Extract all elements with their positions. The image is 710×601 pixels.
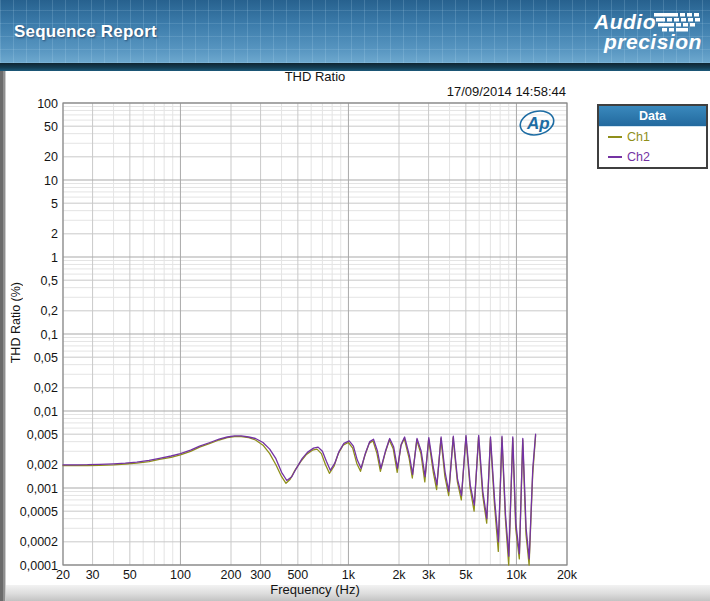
x-tick-label: 20 — [56, 568, 70, 582]
series-label: Ch2 — [627, 150, 650, 164]
ap-logo-monogram-icon: Ap — [526, 114, 550, 133]
y-tick-label: 0,01 — [34, 405, 58, 419]
sequence-report-page: Sequence Report Audio precision THD Rati… — [0, 0, 710, 601]
y-tick-label: 0,2 — [41, 304, 58, 318]
y-tick-label: 20 — [44, 150, 58, 164]
y-tick-label: 0,005 — [27, 428, 58, 442]
y-tick-label: 0,1 — [41, 328, 58, 342]
y-tick-label: 10 — [44, 174, 58, 188]
legend-items: Ch1Ch2 — [599, 127, 706, 167]
y-tick-label: 1 — [51, 251, 58, 265]
y-tick-label: 50 — [44, 120, 58, 134]
thd-ratio-plot: 2030501002003005001k2k3k5k10k20k10050201… — [0, 0, 710, 601]
legend-box: Data Ch1Ch2 — [597, 104, 708, 169]
x-tick-label: 500 — [287, 568, 308, 582]
x-tick-label: 5k — [459, 568, 473, 582]
y-tick-label: 0,0002 — [20, 535, 58, 549]
y-tick-label: 2 — [51, 227, 58, 241]
x-tick-label: 200 — [221, 568, 242, 582]
chart-title: THD Ratio — [63, 69, 567, 84]
series-color-dash-icon — [608, 136, 622, 138]
series-label: Ch1 — [627, 130, 650, 144]
y-tick-label: 5 — [51, 197, 58, 211]
y-tick-label: 0,02 — [34, 381, 58, 395]
x-tick-label: 2k — [392, 568, 406, 582]
y-axis-title: THD Ratio (%) — [9, 282, 23, 363]
y-tick-label: 0,05 — [34, 351, 58, 365]
x-tick-label: 10k — [506, 568, 527, 582]
y-tick-label: 0,0001 — [20, 559, 58, 573]
legend-item: Ch1 — [599, 127, 706, 147]
x-tick-label: 30 — [86, 568, 100, 582]
x-axis-title: Frequency (Hz) — [63, 582, 567, 597]
y-tick-label: 0,002 — [27, 458, 58, 472]
timestamp: 17/09/2014 14:58:44 — [447, 84, 566, 99]
series-color-dash-icon — [608, 156, 622, 158]
x-tick-label: 300 — [250, 568, 271, 582]
y-tick-label: 0,5 — [41, 274, 58, 288]
x-tick-label: 20k — [557, 568, 578, 582]
legend-item: Ch2 — [599, 147, 706, 167]
y-tick-label: 100 — [37, 97, 58, 111]
x-tick-label: 1k — [342, 568, 356, 582]
y-tick-label: 0,001 — [27, 482, 58, 496]
x-tick-label: 3k — [422, 568, 436, 582]
x-tick-label: 50 — [123, 568, 137, 582]
y-tick-label: 0,0005 — [20, 505, 58, 519]
x-tick-label: 100 — [170, 568, 191, 582]
series-ch2 — [63, 434, 536, 559]
legend-title: Data — [599, 106, 706, 127]
